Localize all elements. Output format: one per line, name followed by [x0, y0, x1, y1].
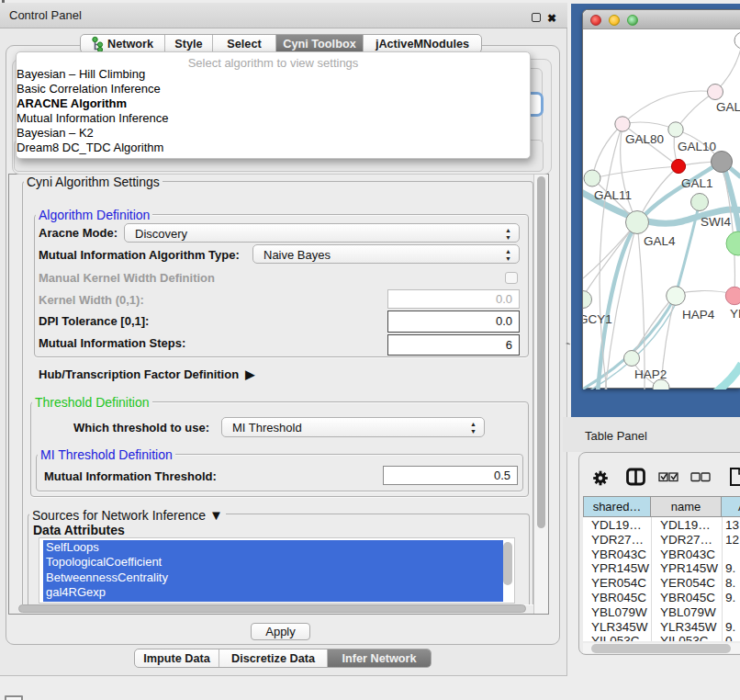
- svg-text:GAL80: GAL80: [625, 132, 664, 146]
- svg-text:GCY1: GCY1: [583, 312, 612, 326]
- svg-text:GAL11: GAL11: [594, 188, 632, 202]
- svg-text:HAP2: HAP2: [634, 367, 667, 381]
- svg-text:SWI4: SWI4: [701, 215, 731, 229]
- svg-text:HAP4: HAP4: [682, 308, 715, 322]
- svg-text:YD: YD: [730, 307, 740, 321]
- svg-text:GAL4: GAL4: [644, 234, 676, 248]
- svg-text:GAL10: GAL10: [678, 140, 716, 153]
- svg-text:GAL1: GAL1: [681, 176, 713, 190]
- svg-text:GAL7: GAL7: [716, 100, 740, 114]
